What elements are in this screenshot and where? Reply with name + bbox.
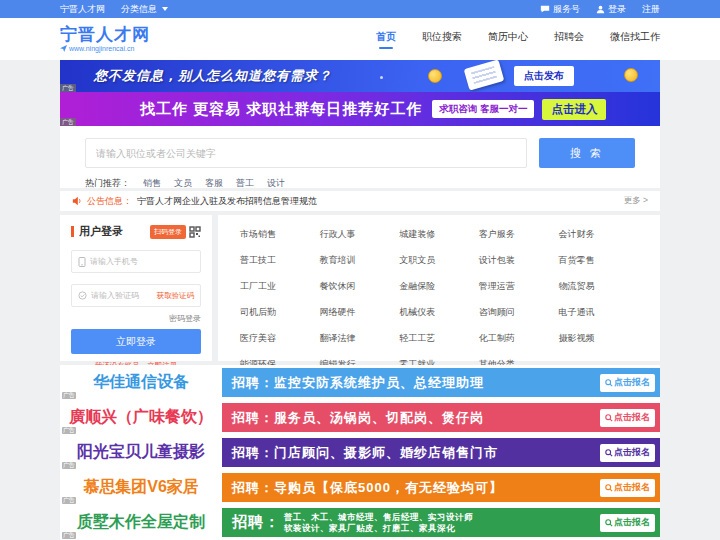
topbar-login-link[interactable]: 登录 xyxy=(596,3,626,16)
site-logo[interactable]: 宁晋人才网 www.ningjinrencai.cn xyxy=(60,26,150,52)
recruit-text: 招聘：服务员、汤锅岗、切配岗、煲仔岗 xyxy=(232,409,484,427)
nav-resume-center[interactable]: 简历中心 xyxy=(488,30,528,49)
login-button[interactable]: 立即登录 xyxy=(71,329,201,354)
apply-button[interactable]: 点击报名 xyxy=(600,479,655,497)
category-link[interactable]: 机械仪表 xyxy=(399,306,479,319)
company-name: 慕思集团V6家居 xyxy=(60,470,222,505)
apply-button[interactable]: 点击报名 xyxy=(600,514,655,532)
publish-ad-banner[interactable]: 您不发信息，别人怎么知道您有需求？ 点击发布 广告 xyxy=(60,60,660,92)
category-link[interactable]: 摄影视频 xyxy=(558,332,638,345)
phone-field[interactable]: 请输入手机号 xyxy=(71,250,201,273)
nav-job-search[interactable]: 职位搜索 xyxy=(422,30,462,49)
magnifier-icon xyxy=(605,379,613,387)
category-link[interactable]: 百货零售 xyxy=(558,254,638,267)
category-link[interactable]: 司机后勤 xyxy=(240,306,320,319)
captcha-placeholder: 请输入验证码 xyxy=(91,290,139,301)
job-group-ad-banner[interactable]: 找工作 更容易 求职社群每日推荐好工作 求职咨询 客服一对一 点击进入 广告 xyxy=(60,92,660,126)
hot-link-clerk[interactable]: 文员 xyxy=(174,177,192,190)
company-ad-row[interactable]: 廣顺兴（广味餐饮） 招聘：服务员、汤锅岗、切配岗、煲仔岗 点击报名 广告 xyxy=(60,400,660,435)
category-link[interactable]: 管理运营 xyxy=(479,280,559,293)
hot-link-design[interactable]: 设计 xyxy=(267,177,285,190)
category-link[interactable]: 网络硬件 xyxy=(320,306,400,319)
speaker-icon xyxy=(72,196,82,206)
service-label: 服务号 xyxy=(553,3,580,16)
category-link[interactable]: 工厂工业 xyxy=(240,280,320,293)
search-section: 搜 索 热门推荐： 销售 文员 客服 普工 设计 xyxy=(60,126,660,188)
category-link[interactable]: 轻工工艺 xyxy=(399,332,479,345)
magnifier-icon xyxy=(605,449,613,457)
top-utility-bar: 宁晋人才网 分类信息 服务号 登录 注册 xyxy=(0,0,720,18)
category-link[interactable]: 会计财务 xyxy=(558,228,638,241)
recruit-text: 普工、木工、城市经理、售后经理、实习设计师 软装设计、家具厂贴皮、打磨工、家具深… xyxy=(284,512,473,533)
phone-placeholder: 请输入手机号 xyxy=(90,256,138,267)
category-link[interactable]: 城建装修 xyxy=(399,228,479,241)
announcement-link[interactable]: 宁晋人才网企业入驻及发布招聘信息管理规范 xyxy=(137,195,317,208)
publish-banner-text: 您不发信息，别人怎么知道您有需求？ xyxy=(94,67,332,85)
category-link[interactable]: 市场销售 xyxy=(240,228,320,241)
announcement-bar: 公告信息： 宁晋人才网企业入驻及发布招聘信息管理规范 更多 > xyxy=(60,191,660,211)
nav-wechat-jobs[interactable]: 微信找工作 xyxy=(610,30,660,49)
hot-link-service[interactable]: 客服 xyxy=(205,177,223,190)
paper-plane-icon xyxy=(60,45,67,52)
category-link[interactable]: 咨询顾问 xyxy=(479,306,559,319)
recruit-banner: 招聘：导购员【保底5000，有无经验均可】 点击报名 xyxy=(222,473,660,502)
topbar-service-link[interactable]: 服务号 xyxy=(540,3,580,16)
company-ad-row[interactable]: 慕思集团V6家居 招聘：导购员【保底5000，有无经验均可】 点击报名 广告 xyxy=(60,470,660,505)
recruit-text: 招聘：监控安防系统维护员、总经理助理 xyxy=(232,374,484,392)
captcha-field[interactable]: 请输入验证码 获取验证码 xyxy=(71,284,201,307)
logo-url: www.ningjinrencai.cn xyxy=(69,45,134,52)
magnifier-icon xyxy=(605,484,613,492)
recruit-banner: 招聘：服务员、汤锅岗、切配岗、煲仔岗 点击报名 xyxy=(222,403,660,432)
apply-button[interactable]: 点击报名 xyxy=(600,409,655,427)
category-link[interactable]: 餐饮休闲 xyxy=(320,280,400,293)
hot-link-worker[interactable]: 普工 xyxy=(236,177,254,190)
announcement-more-link[interactable]: 更多 > xyxy=(624,195,648,207)
ad-tag: 广告 xyxy=(62,392,76,399)
enter-group-button[interactable]: 点击进入 xyxy=(542,99,606,120)
recruit-banner: 招聘：监控安防系统维护员、总经理助理 点击报名 xyxy=(222,368,660,397)
topbar-classified-menu[interactable]: 分类信息 xyxy=(121,3,168,16)
topbar-register-link[interactable]: 注册 xyxy=(642,3,660,16)
category-link[interactable]: 行政人事 xyxy=(320,228,400,241)
recruit-banner: 招聘： 普工、木工、城市经理、售后经理、实习设计师 软装设计、家具厂贴皮、打磨工… xyxy=(222,508,660,537)
category-link[interactable]: 文职文员 xyxy=(399,254,479,267)
search-button[interactable]: 搜 索 xyxy=(539,138,635,168)
hot-link-sales[interactable]: 销售 xyxy=(143,177,161,190)
topbar-site-link[interactable]: 宁晋人才网 xyxy=(60,3,105,16)
hot-recommend-label: 热门推荐： xyxy=(85,177,130,190)
recruit-banner: 招聘：门店顾问、摄影师、婚纱店销售门市 点击报名 xyxy=(222,438,660,467)
category-link[interactable]: 翻译法律 xyxy=(320,332,400,345)
search-input[interactable] xyxy=(85,138,527,168)
password-login-link[interactable]: 密码登录 xyxy=(71,313,201,324)
nav-home[interactable]: 首页 xyxy=(376,30,396,49)
scroll-paper-icon xyxy=(464,60,505,91)
category-link[interactable]: 客户服务 xyxy=(479,228,559,241)
publish-button[interactable]: 点击发布 xyxy=(514,66,574,86)
announcement-label: 公告信息： xyxy=(87,195,132,208)
category-link[interactable]: 物流贸易 xyxy=(558,280,638,293)
ad-tag: 广告 xyxy=(62,532,76,539)
company-ad-row[interactable]: 质墅木作全屋定制 招聘： 普工、木工、城市经理、售后经理、实习设计师 软装设计、… xyxy=(60,505,660,540)
login-panel-title: 用户登录 xyxy=(79,224,123,239)
category-link[interactable]: 普工技工 xyxy=(240,254,320,267)
get-code-link[interactable]: 获取验证码 xyxy=(157,291,195,301)
login-label: 登录 xyxy=(608,3,626,16)
company-ad-row[interactable]: 阳光宝贝儿童摄影 招聘：门店顾问、摄影师、婚纱店销售门市 点击报名 广告 xyxy=(60,435,660,470)
ad-tag: 广告 xyxy=(60,84,76,92)
company-name: 华佳通信设备 xyxy=(60,365,222,400)
category-link[interactable]: 设计包装 xyxy=(479,254,559,267)
qr-code-icon[interactable] xyxy=(189,226,201,238)
apply-button[interactable]: 点击报名 xyxy=(600,374,655,392)
category-link[interactable]: 化工制药 xyxy=(479,332,559,345)
company-name: 阳光宝贝儿童摄影 xyxy=(60,435,222,470)
company-ad-row[interactable]: 华佳通信设备 招聘：监控安防系统维护员、总经理助理 点击报名 广告 xyxy=(60,365,660,400)
category-link[interactable]: 教育培训 xyxy=(320,254,400,267)
apply-button[interactable]: 点击报名 xyxy=(600,444,655,462)
shield-check-icon xyxy=(78,291,87,300)
category-link[interactable]: 医疗美容 xyxy=(240,332,320,345)
category-link[interactable]: 金融保险 xyxy=(399,280,479,293)
category-link[interactable]: 电子通讯 xyxy=(558,306,638,319)
classified-label: 分类信息 xyxy=(121,3,157,16)
nav-job-fair[interactable]: 招聘会 xyxy=(554,30,584,49)
scan-login-badge[interactable]: 扫码登录 xyxy=(150,225,186,239)
